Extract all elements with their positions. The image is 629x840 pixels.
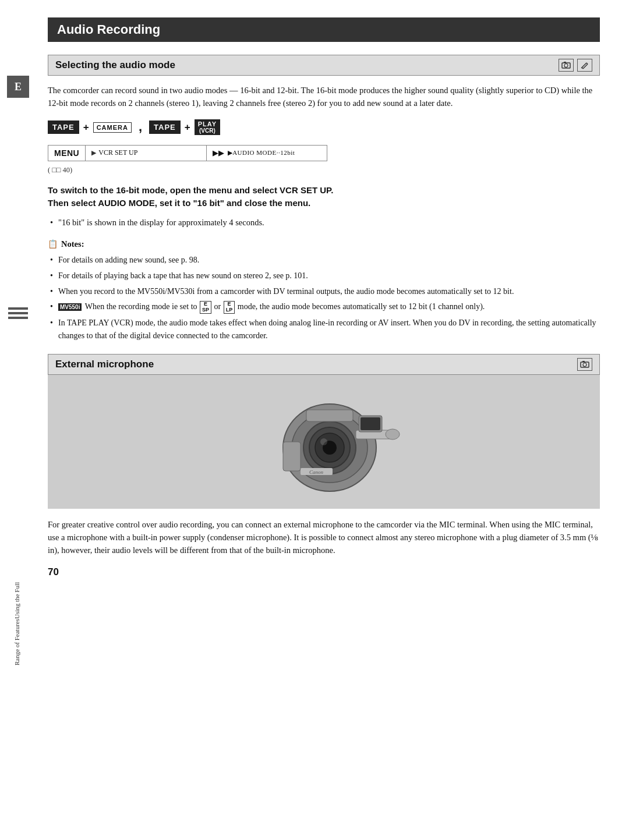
notes-header: 📋 Notes: <box>48 239 600 249</box>
double-arrow: ▶▶ <box>213 148 224 158</box>
menu-arrow1: ▶ <box>91 149 96 157</box>
ext-mic-title: External microphone <box>55 359 154 370</box>
notes-icon: 📋 <box>48 239 58 249</box>
svg-line-3 <box>582 63 586 68</box>
note3: When you record to the MV550i/MV530i fro… <box>48 285 600 298</box>
svg-point-9 <box>583 363 586 366</box>
camera-label: CAMERA <box>93 122 132 133</box>
menu-item1: ▶ VCR SET UP <box>86 146 206 161</box>
menu-item2: ▶▶ ▶AUDIO MODE··12bit <box>207 146 327 161</box>
pencil-icon-box <box>577 59 592 72</box>
e-lp-badge: ELP <box>224 301 235 314</box>
page-title: Audio Recording <box>48 17 600 42</box>
page-number: 70 <box>48 566 600 578</box>
play-bottom: (VCR) <box>199 127 215 134</box>
sidebar-e-label: E <box>7 76 29 98</box>
svg-rect-18 <box>306 410 353 421</box>
pencil-icon <box>580 61 589 69</box>
sidebar-rotated-text: Using the Full Range of Features <box>0 582 35 665</box>
svg-rect-25 <box>361 417 380 430</box>
menu-note-text: ( □□ 40) <box>48 166 72 174</box>
camera-icon <box>561 61 571 69</box>
camera-illustration: Canon <box>242 381 405 503</box>
ext-mic-icons <box>577 358 592 371</box>
svg-rect-2 <box>564 62 566 63</box>
bullet1: "16 bit" is shown in the display for app… <box>48 216 600 229</box>
e-sp-badge: ESP <box>200 301 211 314</box>
sidebar-line-3 <box>8 317 28 319</box>
svg-text:Canon: Canon <box>309 469 324 475</box>
menu-item1-text: VCR SET UP <box>98 148 137 157</box>
sidebar-line-1 <box>8 307 28 310</box>
ext-mic-camera-icon-box <box>577 358 592 371</box>
ext-mic-header: External microphone <box>48 354 600 375</box>
menu-note: ( □□ 40) <box>48 166 600 175</box>
camera-icon-box <box>559 59 574 72</box>
note5: In TAPE PLAY (VCR) mode, the audio mode … <box>48 317 600 342</box>
tape2-label: TAPE <box>149 120 181 134</box>
plus1: + <box>83 122 89 133</box>
main-content: Audio Recording Selecting the audio mode <box>36 0 629 840</box>
sidebar: E Using the Full Range of Features <box>0 0 36 840</box>
note4-text: When the recording mode ie set to ESP or… <box>85 302 485 311</box>
section1-title: Selecting the audio mode <box>55 59 175 71</box>
sidebar-lines <box>8 307 28 319</box>
page: E Using the Full Range of Features Audio… <box>0 0 629 840</box>
bold-instruction: To switch to the 16-bit mode, open the m… <box>48 184 600 210</box>
camera-image-area: Canon <box>48 375 600 509</box>
menu-label: MENU <box>48 146 86 161</box>
svg-point-1 <box>564 64 568 68</box>
tape-diagram: TAPE + CAMERA , TAPE + PLAY (VCR) <box>48 119 600 136</box>
svg-point-17 <box>320 438 327 445</box>
notes-label: Notes: <box>61 239 84 249</box>
tape1-label: TAPE <box>48 120 79 134</box>
play-top: PLAY <box>198 120 217 127</box>
ext-mic-body: For greater creative control over audio … <box>48 518 600 557</box>
comma: , <box>139 119 142 136</box>
mv550-badge: MV550i <box>58 303 82 311</box>
svg-point-20 <box>386 429 400 440</box>
menu-item2-text: ▶AUDIO MODE··12bit <box>228 149 295 157</box>
ext-mic-camera-icon <box>580 360 589 368</box>
section1-header: Selecting the audio mode <box>48 55 600 76</box>
notes-section: 📋 Notes: For details on adding new sound… <box>48 239 600 342</box>
menu-diagram: MENU ▶ VCR SET UP ▶▶ ▶AUDIO MODE··12bit <box>48 145 327 161</box>
sidebar-rotated-line2: Range of Features <box>13 619 21 665</box>
plus2: + <box>185 122 190 133</box>
section1-body: The comcorder can record sound in two au… <box>48 84 600 110</box>
svg-rect-21 <box>283 442 301 471</box>
section1-icons <box>559 59 592 72</box>
play-vcr-box: PLAY (VCR) <box>195 119 220 135</box>
svg-line-5 <box>583 64 588 69</box>
sidebar-rotated-line1: Using the Full <box>13 582 21 619</box>
note4: MV550i When the recording mode ie set to… <box>48 300 600 314</box>
svg-line-7 <box>581 68 582 68</box>
svg-rect-10 <box>582 361 585 362</box>
note2: For details of playing back a tape that … <box>48 270 600 282</box>
note1: For details on adding new sound, see p. … <box>48 254 600 267</box>
svg-line-4 <box>586 63 588 64</box>
sidebar-line-2 <box>8 312 28 314</box>
